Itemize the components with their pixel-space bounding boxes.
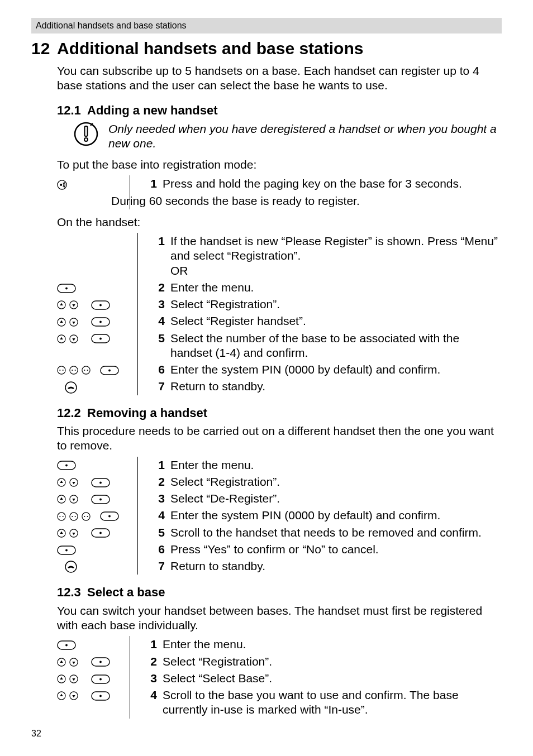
nav-up-icon [57, 658, 66, 667]
step-row: 5 Scroll to the handset that needs to be… [57, 524, 502, 541]
nav-up-icon [57, 334, 66, 343]
subsection-intro: You can switch your handset between base… [57, 604, 502, 633]
step-text: Enter the system PIN (0000 by default) a… [170, 361, 502, 378]
hangup-key-icon [65, 561, 77, 573]
subsection-title: Select a base [87, 585, 165, 599]
step-number: 2 [145, 279, 170, 296]
nav-up-icon [57, 300, 66, 309]
step-number: 7 [145, 378, 170, 395]
instr-remove: 1 Enter the menu. 2 Select “Registration… [57, 457, 502, 575]
ok-key-icon [91, 528, 110, 538]
subsection-title: Adding a new handset [87, 103, 217, 117]
nav-down-icon [69, 334, 78, 343]
step-text: Scroll to the handset that needs to be r… [170, 524, 502, 541]
step-row: 7 Return to standby. [57, 378, 502, 395]
ok-key-icon [100, 511, 119, 521]
running-header-text: Additional handsets and base stations [36, 21, 187, 30]
step-number: 1 [145, 233, 170, 279]
nav-up-icon [57, 529, 66, 538]
step-number: 1 [137, 175, 163, 192]
step-text: Select “Registration”. [163, 653, 502, 670]
step-text: Enter the menu. [170, 279, 502, 296]
step-row: 4 Select “Register handset”. [57, 313, 502, 329]
step-text: Enter the menu. [170, 457, 502, 473]
ok-key-icon [91, 317, 110, 327]
ok-key-icon [91, 657, 110, 667]
step-text: Press and hold the paging key on the bas… [163, 175, 502, 192]
hangup-key-icon [65, 381, 77, 394]
base-after-text: During 60 seconds the base is ready to r… [111, 194, 360, 207]
step-number: 3 [137, 670, 163, 687]
instr-base: 1 Press and hold the paging key on the b… [57, 175, 502, 209]
step-text: Enter the system PIN (0000 by default) a… [170, 507, 502, 524]
step-row: 2 Enter the menu. [57, 279, 502, 296]
step-number: 6 [145, 361, 170, 378]
nav-down-icon [69, 478, 78, 487]
nav-down-icon [69, 495, 78, 504]
step-row: 6 Enter the system PIN (0000 by default)… [57, 361, 502, 378]
numkey-icon [69, 512, 78, 521]
step-row: 1 Enter the menu. [57, 636, 502, 653]
section-title: 12Additional handsets and base stations [31, 38, 502, 59]
section-title-text: Additional handsets and base stations [57, 39, 363, 58]
step-text: Scroll to the base you want to use and c… [163, 687, 502, 719]
subsection-number: 12.1 [57, 103, 87, 118]
nav-down-icon [69, 674, 78, 683]
step-row: 3 Select “Registration”. [57, 296, 502, 313]
step-number: 4 [145, 313, 170, 329]
step-text: Press “Yes” to confirm or “No” to cancel… [170, 541, 502, 558]
ok-key-icon [91, 691, 110, 701]
numkey-icon [69, 366, 78, 375]
instr-select-base: 1 Enter the menu. 2 Select “Registration… [57, 636, 502, 718]
subsection-title: Removing a handset [87, 406, 207, 420]
step-text: Select “Registration”. [170, 473, 502, 490]
subsection-number: 12.2 [57, 405, 87, 421]
subsection-12-3: 12.3Select a base [57, 585, 502, 600]
numkey-icon [82, 512, 91, 521]
step-number: 2 [145, 473, 170, 490]
step-text: Return to standby. [170, 378, 502, 395]
nav-down-icon [69, 529, 78, 538]
step-text: Select “De-Register”. [170, 490, 502, 507]
nav-up-icon [57, 495, 66, 504]
step-number: 3 [145, 296, 170, 313]
nav-down-icon [69, 300, 78, 309]
lead-registration-mode: To put the base into registration mode: [57, 157, 502, 172]
step-number: 7 [145, 558, 170, 575]
step-row: 2 Select “Registration”. [57, 653, 502, 670]
step-number: 3 [145, 490, 170, 507]
note-icon [74, 122, 98, 146]
step-number: 2 [137, 653, 163, 670]
ok-key-icon [91, 495, 110, 504]
step-row: 3 Select “De-Register”. [57, 490, 502, 507]
step-row: 1 Enter the menu. [57, 457, 502, 473]
step-row: 1 If the handset is new “Please Register… [57, 233, 502, 279]
step-text: Select “Registration”. [170, 296, 502, 313]
menu-key-icon [57, 284, 76, 293]
nav-up-icon [57, 674, 66, 683]
section-intro: You can subscribe up to 5 handsets on a … [57, 64, 502, 93]
step-number: 5 [145, 330, 170, 362]
lead-on-handset: On the handset: [57, 215, 502, 229]
step-number: 1 [145, 457, 170, 473]
ok-key-icon [91, 300, 110, 310]
paging-key-icon [57, 180, 67, 190]
step-text: Return to standby. [170, 558, 502, 575]
step-row: 6 Press “Yes” to confirm or “No” to canc… [57, 541, 502, 558]
numkey-icon [57, 512, 66, 521]
nav-down-icon [69, 658, 78, 667]
step-number: 5 [145, 524, 170, 541]
step-number: 4 [145, 507, 170, 524]
note-row: Only needed when you have deregistered a… [74, 122, 502, 151]
step-row: 2 Select “Registration”. [57, 473, 502, 490]
step-row: 4 Enter the system PIN (0000 by default)… [57, 507, 502, 524]
step-number: 1 [137, 636, 163, 653]
step-text: Enter the menu. [163, 636, 502, 653]
menu-key-icon [57, 640, 76, 650]
running-header: Additional handsets and base stations [31, 18, 502, 34]
ok-key-icon [100, 366, 119, 375]
nav-up-icon [57, 318, 66, 327]
step-row: 3 Select “Select Base”. [57, 670, 502, 687]
subsection-12-1: 12.1Adding a new handset [57, 103, 502, 118]
step-text: Select “Select Base”. [163, 670, 502, 687]
